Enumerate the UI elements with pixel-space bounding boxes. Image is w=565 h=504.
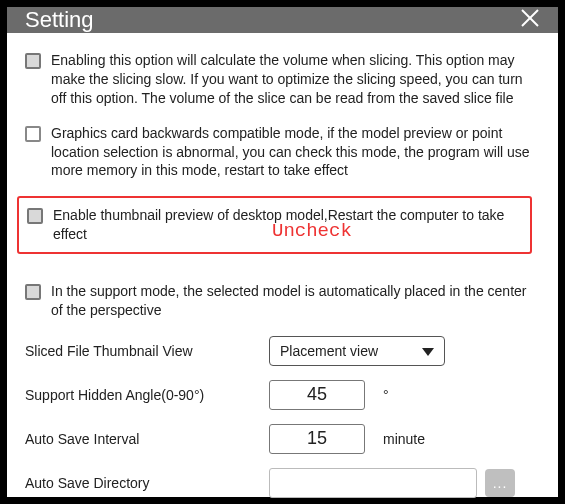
sliced-view-select[interactable]: Placement view	[269, 336, 445, 366]
browse-button[interactable]: ...	[485, 469, 515, 497]
option-volume-label: Enabling this option will calculate the …	[51, 51, 540, 108]
checkbox-graphics[interactable]	[25, 126, 41, 142]
row-hidden-angle: Support Hidden Angle(0-90°) 45 °	[25, 380, 540, 410]
option-graphics-label: Graphics card backwards compatible mode,…	[51, 124, 540, 181]
autosave-dir-label: Auto Save Directory	[25, 475, 269, 491]
row-autosave-interval: Auto Save Interval 15 minute	[25, 424, 540, 454]
autosave-label: Auto Save Interval	[25, 431, 269, 447]
row-autosave-dir: Auto Save Directory ...	[25, 468, 540, 498]
option-support-center-label: In the support mode, the selected model …	[51, 282, 540, 320]
svg-marker-2	[422, 348, 434, 356]
sliced-view-label: Sliced File Thumbnail View	[25, 343, 269, 359]
settings-window: Setting Enabling this option will calcul…	[7, 7, 558, 497]
checkbox-support-center[interactable]	[25, 284, 41, 300]
chevron-down-icon	[422, 343, 434, 359]
option-graphics-row: Graphics card backwards compatible mode,…	[25, 124, 540, 181]
window-title: Setting	[25, 7, 94, 33]
annotation-uncheck: Uncheck	[272, 220, 352, 242]
checkbox-volume[interactable]	[25, 53, 41, 69]
option-volume-row: Enabling this option will calculate the …	[25, 51, 540, 108]
hidden-angle-unit: °	[383, 387, 389, 403]
hidden-angle-label: Support Hidden Angle(0-90°)	[25, 387, 269, 403]
autosave-value: 15	[307, 428, 327, 449]
close-icon[interactable]	[520, 8, 540, 32]
hidden-angle-value: 45	[307, 384, 327, 405]
titlebar: Setting	[7, 7, 558, 33]
hidden-angle-input[interactable]: 45	[269, 380, 365, 410]
row-sliced-view: Sliced File Thumbnail View Placement vie…	[25, 336, 540, 366]
sliced-view-value: Placement view	[280, 343, 378, 359]
autosave-dir-input[interactable]	[269, 468, 477, 498]
option-support-center-row: In the support mode, the selected model …	[25, 282, 540, 320]
autosave-unit: minute	[383, 431, 425, 447]
autosave-input[interactable]: 15	[269, 424, 365, 454]
content-area: Enabling this option will calculate the …	[7, 33, 558, 504]
checkbox-thumbnail[interactable]	[27, 208, 43, 224]
browse-label: ...	[493, 475, 508, 491]
